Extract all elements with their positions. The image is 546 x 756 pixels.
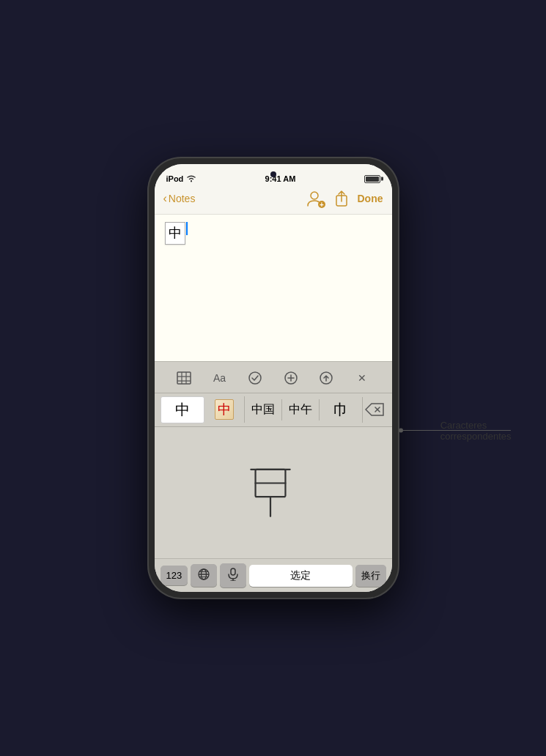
- backspace-button[interactable]: [363, 399, 386, 420]
- svg-text:+: +: [320, 201, 324, 208]
- svg-rect-5: [177, 372, 191, 384]
- text-cursor: [186, 222, 188, 235]
- phone-device: iPod 9:41 AM: [149, 158, 398, 598]
- svg-rect-26: [231, 568, 235, 575]
- front-camera: [270, 171, 276, 177]
- svg-point-10: [249, 372, 261, 384]
- battery-fill: [366, 177, 379, 182]
- suggestion-3[interactable]: 中国: [245, 399, 282, 420]
- return-button[interactable]: 换行: [355, 565, 386, 587]
- handwriting-input-area[interactable]: [155, 427, 392, 559]
- suggestion-4[interactable]: 中午: [282, 399, 320, 420]
- svg-point-0: [191, 181, 192, 182]
- toolbar-row: Aa: [155, 366, 392, 390]
- device-label: iPod: [166, 174, 184, 183]
- back-label: Notes: [169, 193, 196, 204]
- chevron-left-icon: ‹: [163, 192, 167, 205]
- svg-point-1: [311, 192, 318, 199]
- phone-screen: iPod 9:41 AM: [155, 164, 392, 592]
- suggestion-5[interactable]: 巾: [320, 397, 363, 423]
- globe-icon: [198, 568, 210, 580]
- insert-button[interactable]: [281, 368, 301, 388]
- note-content-area[interactable]: 中: [155, 215, 392, 361]
- send-button[interactable]: [316, 368, 336, 388]
- share-icon[interactable]: [334, 190, 349, 207]
- nav-actions: + Done: [306, 189, 383, 208]
- back-button[interactable]: ‹ Notes: [163, 192, 306, 205]
- mahjong-tile: 中: [215, 399, 234, 420]
- checklist-button[interactable]: [245, 368, 265, 388]
- microphone-button[interactable]: [220, 563, 246, 588]
- suggestion-1[interactable]: 中: [161, 396, 204, 423]
- wifi-icon: [186, 175, 196, 182]
- svg-point-30: [399, 429, 403, 433]
- annotation-label: Caracteres correspondentes: [440, 420, 512, 442]
- status-time: 9:41 AM: [265, 174, 296, 183]
- formatting-toolbar: Aa: [155, 361, 392, 393]
- keyboard-bottom-bar: 123: [155, 558, 392, 592]
- select-button[interactable]: 选定: [249, 565, 352, 587]
- table-button[interactable]: [174, 368, 194, 388]
- globe-button[interactable]: [191, 564, 217, 587]
- done-button[interactable]: Done: [358, 193, 383, 204]
- mic-icon: [228, 568, 238, 581]
- close-keyboard-button[interactable]: ✕: [352, 368, 372, 388]
- character-suggestions: 中 中 中国 中午 巾: [155, 393, 392, 427]
- nav-bar: ‹ Notes + Done: [155, 186, 392, 215]
- suggestion-2[interactable]: 中: [204, 396, 245, 423]
- status-left: iPod: [166, 174, 197, 183]
- annotation-connector: [401, 431, 402, 431]
- battery-icon: [364, 175, 380, 183]
- text-format-label: Aa: [213, 372, 226, 384]
- numbers-button[interactable]: 123: [161, 566, 188, 585]
- text-format-button[interactable]: Aa: [209, 368, 229, 388]
- note-character: 中: [165, 222, 185, 245]
- status-right: [364, 175, 380, 183]
- note-text: 中: [165, 222, 382, 245]
- annotation-line2: correspondentes: [440, 431, 512, 442]
- add-contact-icon[interactable]: +: [306, 189, 325, 208]
- annotation-line1: Caracteres: [440, 420, 512, 431]
